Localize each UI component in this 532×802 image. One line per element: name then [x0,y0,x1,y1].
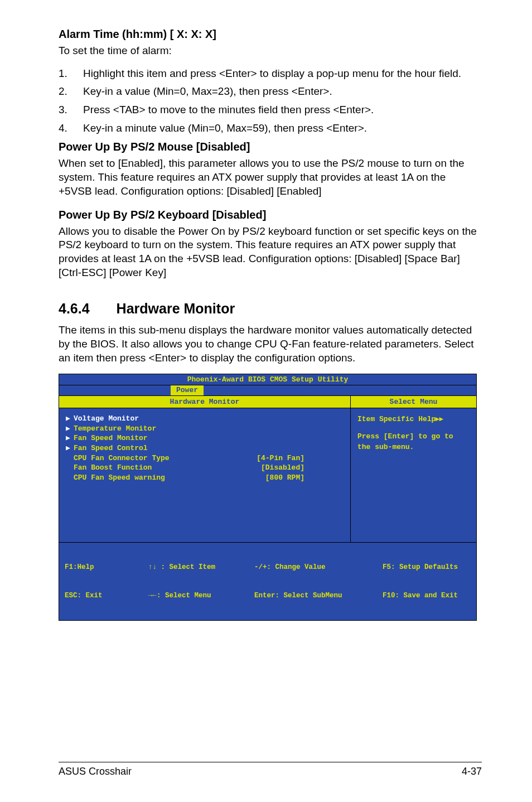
bios-item: ▶Fan Speed Control [66,443,344,453]
footer-key: ↑↓ : Select Item [148,563,215,571]
ps2mouse-body: When set to [Enabled], this parameter al… [59,157,482,198]
bios-tabrow: Power [59,385,476,396]
step-num: 1. [59,67,83,81]
alarm-intro: To set the time of alarm: [59,44,482,58]
arrow-icon: ▶ [66,433,74,443]
bios-item-label: Voltage Monitor [74,414,139,424]
bios-screenshot: Phoenix-Award BIOS CMOS Setup Utility Po… [59,374,477,621]
bios-help-pane: Item Specific Help▸▸ Press [Enter] to go… [351,408,476,542]
bios-item: CPU Fan Connector Type[4-Pin Fan] [66,453,344,463]
hwmon-num: 4.6.4 [59,301,90,316]
bios-item: Fan Boost Function[Disabled] [66,463,344,473]
bios-item: ▶Fan Speed Monitor [66,433,344,443]
bios-item-label: Fan Speed Control [74,443,148,453]
ps2kbd-body: Allows you to disable the Power On by PS… [59,225,482,280]
hwmon-body: The items in this sub-menu displays the … [59,323,482,365]
bios-help-line: Item Specific Help▸▸ [357,414,470,425]
bios-item-value: [800 RPM] [265,473,344,483]
bios-footer: F1:Help ESC: Exit ↑↓ : Select Item →←: S… [59,542,476,620]
bios-menu-pane: ▶Voltage Monitor ▶Temperature Monitor ▶F… [59,408,351,542]
step-text: Highlight this item and press <Enter> to… [83,67,482,81]
list-item: 3. Press <TAB> to move to the minutes fi… [59,103,482,117]
list-item: 2. Key-in a value (Min=0, Max=23), then … [59,85,482,99]
alarm-title: Alarm Time (hh:mm) [ X: X: X] [59,28,482,41]
bios-help-line: Press [Enter] to go to the sub-menu. [357,432,470,453]
footer-key: -/+: Change Value [254,563,326,571]
bios-item-label: Fan Boost Function [74,463,152,473]
list-item: 4. Key-in a minute value (Min=0, Max=59)… [59,122,482,136]
bios-item: CPU Fan Speed warning[800 RPM] [66,473,344,483]
list-item: 1. Highlight this item and press <Enter>… [59,67,482,81]
help-arrow-icon: ▸▸ [436,414,443,423]
step-num: 4. [59,122,83,136]
ps2kbd-title: Power Up By PS/2 Keyboard [Disabled] [59,209,482,221]
footer-right: 4-37 [462,766,482,777]
hwmon-title: Hardware Monitor [117,301,235,316]
footer-key: F10: Save and Exit [383,592,458,600]
bios-item: ▶Voltage Monitor [66,414,344,424]
bios-right-header: Select Menu [351,396,476,408]
step-num: 2. [59,85,83,99]
arrow-icon: ▶ [66,443,74,453]
bios-item: ▶Temperature Monitor [66,424,344,434]
bios-tab-power: Power [171,385,204,395]
footer-key: Enter: Select SubMenu [254,592,342,600]
bios-item-value: [Disabled] [261,463,344,473]
step-text: Press <TAB> to move to the minutes field… [83,103,482,117]
alarm-steps: 1. Highlight this item and press <Enter>… [59,67,482,136]
bios-item-value: [4-Pin Fan] [257,453,344,463]
bios-item-label: Temperature Monitor [74,424,156,434]
footer-key: F5: Setup Defaults [383,563,458,571]
footer-key: F1:Help [65,563,94,571]
step-text: Key-in a minute value (Min=0, Max=59), t… [83,122,482,136]
arrow-icon: ▶ [66,424,74,434]
step-text: Key-in a value (Min=0, Max=23), then pre… [83,85,482,99]
footer-key: →←: Select Menu [148,592,211,600]
footer-key: ESC: Exit [65,592,103,600]
bios-item-label: CPU Fan Speed warning [74,473,165,483]
bios-item-label: Fan Speed Monitor [74,433,148,443]
footer-left: ASUS Crosshair [59,766,132,777]
ps2mouse-title: Power Up By PS/2 Mouse [Disabled] [59,141,482,153]
bios-title: Phoenix-Award BIOS CMOS Setup Utility [59,374,476,385]
page-footer: ASUS Crosshair 4-37 [59,762,482,777]
bios-left-header: Hardware Monitor [59,396,351,408]
arrow-icon: ▶ [66,414,74,424]
hwmon-heading: 4.6.4Hardware Monitor [59,301,482,317]
step-num: 3. [59,103,83,117]
bios-item-label: CPU Fan Connector Type [74,453,170,463]
